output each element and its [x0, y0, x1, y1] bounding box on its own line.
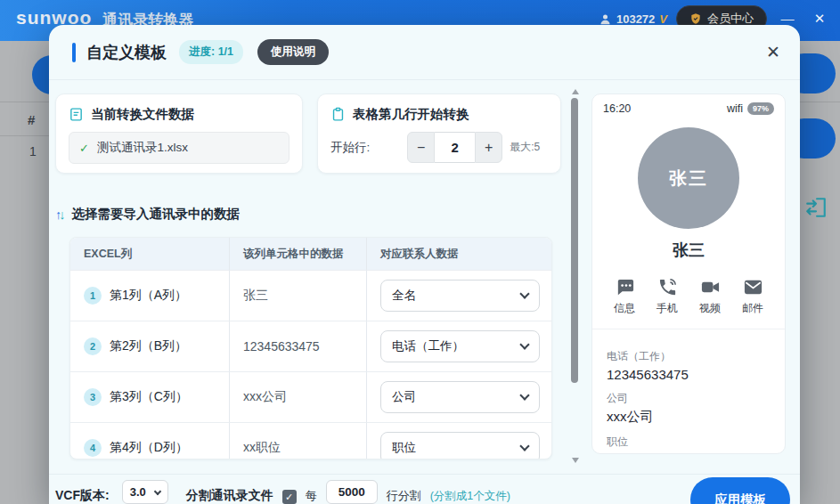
- detail-label: 公司: [607, 391, 771, 406]
- excel-column-label: 第2列（B列）: [110, 338, 187, 354]
- phone-action: 手机: [649, 277, 685, 316]
- excel-column-label: 第3列（C列）: [110, 389, 188, 405]
- clipboard-icon: [330, 107, 346, 122]
- background-table-row-number: 1: [29, 144, 37, 159]
- window-close-button[interactable]: ✕: [808, 5, 831, 32]
- cell-sample-data: xxx公司: [243, 389, 287, 405]
- detail-value: 12345633475: [607, 367, 771, 382]
- contact-field-select[interactable]: 职位: [380, 432, 540, 459]
- contact-field-select[interactable]: 公司: [380, 381, 540, 413]
- shield-icon: [689, 12, 702, 25]
- mapping-table: EXCEL列 该列单元格中的数据 对应联系人数据 1 第1列（A列） 张三 全名: [69, 237, 552, 459]
- phone-icon: [657, 277, 678, 297]
- row-number-badge: 2: [84, 337, 102, 355]
- current-file-card: 当前转换文件数据 ✓ 测试通讯录1.xlsx: [55, 93, 303, 174]
- video-icon: [700, 277, 721, 297]
- row-number-badge: 1: [84, 287, 102, 305]
- dialog-header: 自定义模板 进度: 1/1 使用说明 ✕: [49, 25, 800, 80]
- split-rows-input[interactable]: [326, 480, 378, 504]
- message-action: 信息: [607, 277, 642, 316]
- mapping-table-header: EXCEL列 该列单元格中的数据 对应联系人数据: [70, 238, 551, 270]
- dialog-close-icon[interactable]: ✕: [766, 42, 780, 62]
- file-card-title: 当前转换文件数据: [91, 106, 194, 123]
- contact-details: 电话（工作） 12345633475 公司 xxx公司 职位 xx职位: [592, 329, 785, 454]
- mapping-table-row: 1 第1列（A列） 张三 全名: [70, 270, 551, 321]
- chevron-down-icon: [519, 289, 529, 298]
- scroll-up-icon[interactable]: [572, 89, 579, 94]
- document-icon: [69, 107, 84, 122]
- column-header: EXCEL列: [70, 238, 229, 270]
- vcf-version-select[interactable]: 3.0: [122, 480, 168, 504]
- action-label: 信息: [614, 301, 635, 316]
- scroll-down-icon[interactable]: [572, 458, 579, 463]
- contact-field-select[interactable]: 全名: [380, 280, 540, 312]
- wifi-label: wifi: [727, 102, 743, 115]
- file-name: 测试通讯录1.xlsx: [97, 140, 188, 156]
- converted-file-item[interactable]: ✓ 测试通讯录1.xlsx: [69, 132, 290, 164]
- row-number-badge: 3: [84, 388, 102, 406]
- start-row-card: 表格第几行开始转换 开始行: − + 最大:5: [317, 93, 561, 174]
- title-accent-bar: [72, 43, 76, 62]
- app-window: # 1 sunwoo 通讯录转换器 103272 V: [0, 0, 840, 504]
- vcf-version-label: VCF版本:: [55, 488, 110, 504]
- stepper-plus-button[interactable]: +: [475, 132, 502, 163]
- help-button[interactable]: 使用说明: [257, 39, 329, 65]
- sort-arrows-icon: ↑↓: [55, 207, 66, 222]
- cell-sample-data: 张三: [243, 288, 268, 304]
- detail-label: 职位: [607, 435, 771, 450]
- mapping-table-row: 2 第2列（B列） 12345633475 电话（工作）: [70, 321, 551, 371]
- apply-template-button[interactable]: 应用模板: [690, 477, 790, 504]
- phone-status-bar: 16:20 wifi 97%: [592, 94, 785, 115]
- contact-preview-panel: 16:20 wifi 97% 张三 张三 信息: [591, 93, 786, 454]
- avatar: 张三: [638, 127, 739, 229]
- background-table-column-header: #: [28, 112, 35, 127]
- chevron-down-icon: [153, 487, 160, 494]
- start-row-value-input[interactable]: [435, 132, 475, 163]
- battery-indicator: 97%: [747, 102, 774, 115]
- mapping-title-text: 选择需要导入通讯录中的数据: [72, 206, 241, 223]
- divider: [0, 102, 49, 102]
- divider: [800, 102, 840, 102]
- column-header: 该列单元格中的数据: [229, 238, 366, 270]
- action-label: 视频: [699, 301, 721, 316]
- user-id: 103272: [616, 12, 655, 26]
- dialog-footer: VCF版本: 3.0 分割通讯录文件 ✓ 每 行分割 (分割成1个文件): [49, 474, 800, 504]
- progress-badge: 进度: 1/1: [179, 40, 243, 64]
- per-label: 每: [306, 488, 317, 504]
- contact-field-select[interactable]: 电话（工作）: [380, 330, 540, 362]
- detail-label: 电话（工作）: [607, 349, 771, 364]
- status-time: 16:20: [603, 102, 631, 115]
- chevron-down-icon: [519, 339, 529, 349]
- split-file-label: 分割通讯录文件: [186, 488, 273, 504]
- start-row-label: 开始行:: [330, 140, 370, 156]
- split-file-checkbox[interactable]: ✓: [282, 490, 297, 504]
- mapping-table-row: 4 第4列（D列） xx职位 职位: [70, 422, 551, 459]
- excel-column-label: 第4列（D列）: [110, 440, 188, 456]
- user-account[interactable]: 103272 V: [599, 12, 667, 26]
- action-label: 邮件: [742, 301, 763, 316]
- video-action: 视频: [692, 277, 728, 316]
- vip-badge-icon: V: [659, 12, 667, 26]
- mail-icon: [743, 277, 763, 297]
- detail-value: xxx公司: [607, 409, 771, 426]
- message-icon: [615, 277, 635, 297]
- start-row-stepper: − +: [407, 132, 502, 163]
- dialog-scrollbar[interactable]: [570, 89, 581, 463]
- contact-name: 张三: [592, 240, 785, 261]
- divider: [0, 135, 49, 136]
- excel-column-label: 第1列（A列）: [110, 288, 187, 304]
- contact-actions: 信息 手机 视频 邮件: [592, 277, 785, 316]
- user-icon: [599, 12, 612, 26]
- scrollbar-thumb[interactable]: [571, 98, 578, 383]
- chevron-down-icon: [519, 441, 529, 451]
- row-number-badge: 4: [84, 439, 102, 457]
- stepper-minus-button[interactable]: −: [407, 132, 435, 163]
- mapping-section-title: ↑↓ 选择需要导入通讯录中的数据: [55, 206, 240, 223]
- split-result-hint: (分割成1个文件): [430, 489, 510, 504]
- chevron-down-icon: [519, 390, 529, 400]
- mapping-table-row: 3 第3列（C列） xxx公司 公司: [70, 371, 551, 422]
- column-header: 对应联系人数据: [366, 238, 552, 270]
- dialog-title: 自定义模板: [86, 42, 167, 63]
- custom-template-dialog: 自定义模板 进度: 1/1 使用说明 ✕ 当前转换文件数据 ✓ 测试通讯录1.x…: [49, 25, 800, 504]
- cell-sample-data: 12345633475: [243, 339, 320, 354]
